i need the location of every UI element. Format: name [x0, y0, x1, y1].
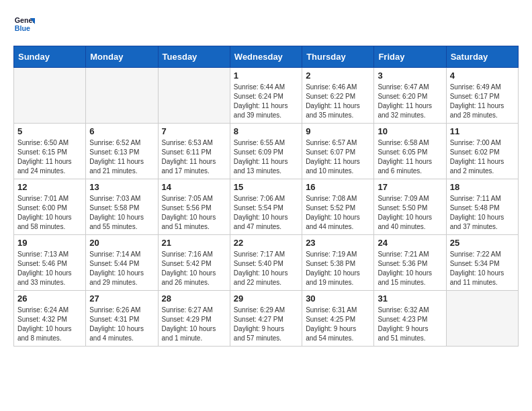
calendar-cell [14, 68, 86, 124]
day-number: 29 [234, 293, 298, 304]
day-number: 2 [306, 71, 370, 81]
calendar-cell: 13Sunrise: 7:03 AM Sunset: 5:58 PM Dayli… [86, 179, 158, 235]
weekday-header-wednesday: Wednesday [230, 46, 302, 68]
day-info: Sunrise: 7:03 AM Sunset: 5:58 PM Dayligh… [89, 194, 154, 232]
calendar-cell: 10Sunrise: 6:58 AM Sunset: 6:05 PM Dayli… [374, 124, 446, 179]
day-number: 13 [89, 182, 154, 192]
day-number: 5 [17, 126, 82, 136]
day-info: Sunrise: 7:05 AM Sunset: 5:56 PM Dayligh… [162, 194, 226, 232]
day-info: Sunrise: 6:49 AM Sunset: 6:17 PM Dayligh… [450, 83, 515, 120]
logo: General Blue [13, 13, 38, 35]
day-number: 16 [306, 182, 370, 192]
day-info: Sunrise: 6:55 AM Sunset: 6:09 PM Dayligh… [234, 138, 298, 176]
day-info: Sunrise: 7:19 AM Sunset: 5:38 PM Dayligh… [306, 250, 370, 287]
calendar-cell: 30Sunrise: 6:31 AM Sunset: 4:25 PM Dayli… [302, 291, 374, 347]
calendar-cell [86, 68, 158, 124]
day-info: Sunrise: 6:32 AM Sunset: 4:23 PM Dayligh… [378, 306, 442, 343]
calendar-cell: 1Sunrise: 6:44 AM Sunset: 6:24 PM Daylig… [230, 68, 302, 124]
calendar-cell: 25Sunrise: 7:22 AM Sunset: 5:34 PM Dayli… [446, 235, 518, 291]
day-number: 4 [450, 71, 515, 81]
day-number: 27 [89, 293, 154, 304]
day-info: Sunrise: 6:52 AM Sunset: 6:13 PM Dayligh… [89, 138, 154, 176]
day-info: Sunrise: 7:16 AM Sunset: 5:42 PM Dayligh… [162, 250, 226, 287]
day-info: Sunrise: 7:13 AM Sunset: 5:46 PM Dayligh… [17, 250, 82, 287]
day-number: 14 [162, 182, 226, 192]
svg-text:Blue: Blue [15, 24, 30, 32]
calendar-week-5: 26Sunrise: 6:24 AM Sunset: 4:32 PM Dayli… [14, 291, 519, 347]
day-info: Sunrise: 7:08 AM Sunset: 5:52 PM Dayligh… [306, 194, 370, 232]
day-info: Sunrise: 7:11 AM Sunset: 5:48 PM Dayligh… [450, 194, 515, 232]
calendar-cell: 27Sunrise: 6:26 AM Sunset: 4:31 PM Dayli… [86, 291, 158, 347]
day-info: Sunrise: 6:47 AM Sunset: 6:20 PM Dayligh… [378, 83, 442, 120]
header: General Blue [13, 13, 519, 35]
day-number: 9 [306, 126, 370, 136]
calendar-cell: 5Sunrise: 6:50 AM Sunset: 6:15 PM Daylig… [14, 124, 86, 179]
day-number: 1 [234, 71, 298, 81]
day-number: 17 [378, 182, 442, 192]
day-number: 20 [89, 238, 154, 248]
calendar-week-4: 19Sunrise: 7:13 AM Sunset: 5:46 PM Dayli… [14, 235, 519, 291]
day-info: Sunrise: 6:53 AM Sunset: 6:11 PM Dayligh… [162, 138, 226, 176]
calendar-cell: 20Sunrise: 7:14 AM Sunset: 5:44 PM Dayli… [86, 235, 158, 291]
day-info: Sunrise: 7:06 AM Sunset: 5:54 PM Dayligh… [234, 194, 298, 232]
calendar-cell: 18Sunrise: 7:11 AM Sunset: 5:48 PM Dayli… [446, 179, 518, 235]
weekday-header-thursday: Thursday [302, 46, 374, 68]
calendar-cell: 14Sunrise: 7:05 AM Sunset: 5:56 PM Dayli… [158, 179, 230, 235]
calendar-cell: 11Sunrise: 7:00 AM Sunset: 6:02 PM Dayli… [446, 124, 518, 179]
calendar-cell: 6Sunrise: 6:52 AM Sunset: 6:13 PM Daylig… [86, 124, 158, 179]
day-info: Sunrise: 6:31 AM Sunset: 4:25 PM Dayligh… [306, 306, 370, 343]
day-number: 7 [162, 126, 226, 136]
day-number: 10 [378, 126, 442, 136]
day-number: 23 [306, 238, 370, 248]
day-info: Sunrise: 7:14 AM Sunset: 5:44 PM Dayligh… [89, 250, 154, 287]
weekday-header-sunday: Sunday [14, 46, 86, 68]
day-number: 25 [450, 238, 515, 248]
weekday-header-friday: Friday [374, 46, 446, 68]
day-info: Sunrise: 7:01 AM Sunset: 6:00 PM Dayligh… [17, 194, 82, 232]
calendar-cell: 17Sunrise: 7:09 AM Sunset: 5:50 PM Dayli… [374, 179, 446, 235]
calendar-cell [158, 68, 230, 124]
calendar-cell: 29Sunrise: 6:29 AM Sunset: 4:27 PM Dayli… [230, 291, 302, 347]
day-number: 28 [162, 293, 226, 304]
calendar-cell: 2Sunrise: 6:46 AM Sunset: 6:22 PM Daylig… [302, 68, 374, 124]
day-info: Sunrise: 7:00 AM Sunset: 6:02 PM Dayligh… [450, 138, 515, 176]
day-number: 26 [17, 293, 82, 304]
calendar-cell: 24Sunrise: 7:21 AM Sunset: 5:36 PM Dayli… [374, 235, 446, 291]
calendar-week-1: 1Sunrise: 6:44 AM Sunset: 6:24 PM Daylig… [14, 68, 519, 124]
calendar-cell: 9Sunrise: 6:57 AM Sunset: 6:07 PM Daylig… [302, 124, 374, 179]
day-info: Sunrise: 7:21 AM Sunset: 5:36 PM Dayligh… [378, 250, 442, 287]
day-info: Sunrise: 6:27 AM Sunset: 4:29 PM Dayligh… [162, 306, 226, 343]
calendar-cell: 12Sunrise: 7:01 AM Sunset: 6:00 PM Dayli… [14, 179, 86, 235]
calendar-cell: 8Sunrise: 6:55 AM Sunset: 6:09 PM Daylig… [230, 124, 302, 179]
calendar-cell: 16Sunrise: 7:08 AM Sunset: 5:52 PM Dayli… [302, 179, 374, 235]
calendar-cell: 26Sunrise: 6:24 AM Sunset: 4:32 PM Dayli… [14, 291, 86, 347]
calendar-week-2: 5Sunrise: 6:50 AM Sunset: 6:15 PM Daylig… [14, 124, 519, 179]
day-info: Sunrise: 6:57 AM Sunset: 6:07 PM Dayligh… [306, 138, 370, 176]
logo-icon: General Blue [13, 13, 35, 35]
calendar-cell: 22Sunrise: 7:17 AM Sunset: 5:40 PM Dayli… [230, 235, 302, 291]
calendar-cell: 31Sunrise: 6:32 AM Sunset: 4:23 PM Dayli… [374, 291, 446, 347]
day-number: 3 [378, 71, 442, 81]
day-info: Sunrise: 6:50 AM Sunset: 6:15 PM Dayligh… [17, 138, 82, 176]
calendar-cell: 3Sunrise: 6:47 AM Sunset: 6:20 PM Daylig… [374, 68, 446, 124]
day-number: 18 [450, 182, 515, 192]
weekday-header-saturday: Saturday [446, 46, 518, 68]
day-info: Sunrise: 6:46 AM Sunset: 6:22 PM Dayligh… [306, 83, 370, 120]
calendar-cell [446, 291, 518, 347]
calendar-cell: 21Sunrise: 7:16 AM Sunset: 5:42 PM Dayli… [158, 235, 230, 291]
weekday-header-tuesday: Tuesday [158, 46, 230, 68]
calendar-cell: 19Sunrise: 7:13 AM Sunset: 5:46 PM Dayli… [14, 235, 86, 291]
day-number: 21 [162, 238, 226, 248]
day-info: Sunrise: 7:17 AM Sunset: 5:40 PM Dayligh… [234, 250, 298, 287]
calendar-cell: 4Sunrise: 6:49 AM Sunset: 6:17 PM Daylig… [446, 68, 518, 124]
day-info: Sunrise: 6:24 AM Sunset: 4:32 PM Dayligh… [17, 306, 82, 343]
day-number: 11 [450, 126, 515, 136]
day-info: Sunrise: 6:44 AM Sunset: 6:24 PM Dayligh… [234, 83, 298, 120]
calendar-cell: 23Sunrise: 7:19 AM Sunset: 5:38 PM Dayli… [302, 235, 374, 291]
day-number: 15 [234, 182, 298, 192]
day-number: 24 [378, 238, 442, 248]
day-info: Sunrise: 6:58 AM Sunset: 6:05 PM Dayligh… [378, 138, 442, 176]
weekday-header-row: SundayMondayTuesdayWednesdayThursdayFrid… [14, 46, 519, 68]
day-number: 31 [378, 293, 442, 304]
day-number: 30 [306, 293, 370, 304]
